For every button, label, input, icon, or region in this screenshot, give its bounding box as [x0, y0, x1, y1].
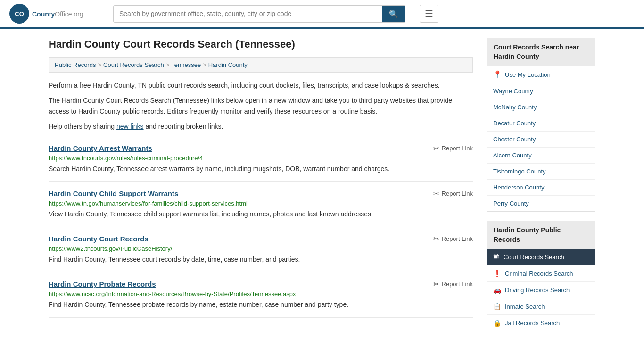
page-title: Hardin County Court Records Search (Tenn…: [49, 38, 473, 50]
scissors-icon-1: ✂: [433, 189, 439, 198]
record-url-1: https://www.tn.gov/humanservices/for-fam…: [49, 200, 473, 207]
description-2: The Hardin County Court Records Search (…: [49, 95, 473, 116]
breadcrumb-hardin-county[interactable]: Hardin County: [208, 61, 248, 68]
sidebar-nav-item-1[interactable]: ❗ Criminal Records Search: [487, 265, 595, 282]
record-item: Hardin County Child Support Warrants ✂ R…: [49, 182, 473, 227]
nearby-county-item: Perry County: [487, 196, 595, 211]
logo-area: CO CountyOffice.org: [9, 4, 104, 24]
breadcrumb: Public Records > Court Records Search > …: [49, 57, 473, 73]
main-content: Hardin County Court Records Search (Tenn…: [49, 38, 473, 341]
scissors-icon-2: ✂: [433, 235, 439, 243]
nearby-county-item: Alcorn County: [487, 148, 595, 164]
record-item: Hardin County Court Records ✂ Report Lin…: [49, 227, 473, 272]
description-1: Perform a free Hardin County, TN public …: [49, 80, 473, 90]
search-bar[interactable]: 🔍: [113, 5, 405, 23]
public-records-box: Hardin County Public Records 🏛 Court Rec…: [487, 221, 595, 331]
nearby-items: 📍 Use My Location Wayne CountyMcNairy Co…: [487, 66, 595, 212]
sidebar-nav-item-4[interactable]: 🔒 Jail Records Search: [487, 315, 595, 331]
nearby-counties-list: Wayne CountyMcNairy CountyDecatur County…: [487, 83, 595, 211]
report-label-0: Report Link: [442, 145, 473, 152]
record-item: Hardin County Arrest Warrants ✂ Report L…: [49, 137, 473, 182]
nearby-county-link-1[interactable]: McNairy County: [493, 104, 537, 111]
report-link-1[interactable]: ✂ Report Link: [433, 189, 473, 198]
report-link-0[interactable]: ✂ Report Link: [433, 144, 473, 153]
public-records-nav: 🏛 Court Records Search ❗ Criminal Record…: [487, 249, 595, 331]
description-3-prefix: Help others by sharing: [49, 123, 116, 130]
logo-icon: CO: [9, 4, 29, 24]
logo-text: CountyOffice.org: [32, 9, 83, 19]
main-container: Hardin County Court Records Search (Tenn…: [39, 29, 605, 350]
nearby-county-item: Chester County: [487, 132, 595, 148]
breadcrumb-sep-2: >: [166, 61, 170, 68]
breadcrumb-tennessee[interactable]: Tennessee: [171, 61, 201, 68]
breadcrumb-sep-1: >: [98, 61, 101, 68]
site-header: CO CountyOffice.org 🔍 ☰: [0, 0, 644, 29]
record-title-3[interactable]: Hardin County Probate Records: [49, 280, 156, 288]
records-list: Hardin County Arrest Warrants ✂ Report L…: [49, 137, 473, 318]
scissors-icon-0: ✂: [433, 144, 439, 153]
location-icon: 📍: [493, 70, 502, 79]
nearby-county-link-6[interactable]: Henderson County: [493, 184, 544, 191]
nearby-box: Court Records Search near Hardin County …: [487, 38, 595, 212]
scissors-icon-3: ✂: [433, 280, 439, 288]
sidebar-nav-item-2[interactable]: 🚗 Driving Records Search: [487, 282, 595, 298]
record-desc-1: View Hardin County, Tennessee child supp…: [49, 209, 473, 219]
sidebar-nav-item-0[interactable]: 🏛 Court Records Search: [487, 249, 595, 265]
nav-link-0[interactable]: Court Records Search: [504, 254, 564, 261]
use-location-link[interactable]: Use My Location: [505, 71, 551, 78]
svg-text:CO: CO: [15, 10, 24, 17]
sidebar: Court Records Search near Hardin County …: [487, 38, 595, 341]
record-desc-2: Find Hardin County, Tennessee court reco…: [49, 255, 473, 264]
nearby-county-link-0[interactable]: Wayne County: [493, 88, 533, 95]
record-url-0: https://www.tncourts.gov/rules/rules-cri…: [49, 155, 473, 162]
nav-link-3[interactable]: Inmate Search: [505, 303, 545, 310]
sidebar-nav-item-3[interactable]: 📋 Inmate Search: [487, 298, 595, 315]
record-url-2: https://www2.tncourts.gov/PublicCaseHist…: [49, 245, 473, 252]
nearby-county-link-3[interactable]: Chester County: [493, 136, 536, 143]
new-links-link[interactable]: new links: [116, 123, 144, 130]
nearby-county-item: Tishomingo County: [487, 164, 595, 180]
report-link-2[interactable]: ✂ Report Link: [433, 235, 473, 243]
public-records-header: Hardin County Public Records: [487, 221, 595, 249]
nearby-county-item: Wayne County: [487, 83, 595, 99]
record-title-0[interactable]: Hardin County Arrest Warrants: [49, 144, 152, 152]
nearby-county-link-7[interactable]: Perry County: [493, 200, 529, 207]
record-item: Hardin County Probate Records ✂ Report L…: [49, 272, 473, 318]
nearby-county-item: Decatur County: [487, 115, 595, 132]
description-3: Help others by sharing new links and rep…: [49, 121, 473, 132]
description-3-suffix: and reporting broken links.: [144, 123, 223, 130]
nearby-header: Court Records Search near Hardin County: [487, 38, 595, 66]
nearby-county-link-4[interactable]: Alcorn County: [493, 152, 532, 159]
breadcrumb-court-records[interactable]: Court Records Search: [103, 61, 164, 68]
record-desc-0: Search Hardin County, Tennessee arrest w…: [49, 164, 473, 174]
nearby-county-item: Henderson County: [487, 180, 595, 196]
breadcrumb-sep-3: >: [203, 61, 206, 68]
record-url-3: https://www.ncsc.org/Information-and-Res…: [49, 290, 473, 297]
use-my-location[interactable]: 📍 Use My Location: [487, 66, 595, 83]
breadcrumb-public-records[interactable]: Public Records: [55, 61, 96, 68]
nav-icon-1: ❗: [493, 270, 501, 277]
nav-icon-4: 🔒: [493, 319, 501, 327]
search-icon: 🔍: [389, 10, 398, 18]
description-section: Perform a free Hardin County, TN public …: [49, 80, 473, 132]
search-button[interactable]: 🔍: [382, 6, 405, 22]
report-label-1: Report Link: [442, 190, 473, 197]
report-link-3[interactable]: ✂ Report Link: [433, 280, 473, 288]
nearby-county-link-5[interactable]: Tishomingo County: [493, 168, 546, 175]
nav-icon-2: 🚗: [493, 286, 501, 294]
nav-link-2[interactable]: Driving Records Search: [505, 287, 570, 294]
search-input[interactable]: [114, 6, 382, 21]
nav-icon-3: 📋: [493, 303, 501, 310]
report-label-3: Report Link: [442, 280, 473, 288]
nav-link-4[interactable]: Jail Records Search: [505, 320, 560, 327]
nearby-county-item: McNairy County: [487, 99, 595, 115]
menu-button[interactable]: ☰: [420, 5, 438, 23]
record-desc-3: Find Hardin County, Tennessee probate re…: [49, 300, 473, 310]
report-label-2: Report Link: [442, 235, 473, 242]
record-title-1[interactable]: Hardin County Child Support Warrants: [49, 189, 178, 197]
nav-icon-0: 🏛: [493, 253, 500, 261]
nav-link-1[interactable]: Criminal Records Search: [505, 270, 573, 277]
nearby-county-link-2[interactable]: Decatur County: [493, 120, 536, 127]
record-title-2[interactable]: Hardin County Court Records: [49, 235, 149, 243]
